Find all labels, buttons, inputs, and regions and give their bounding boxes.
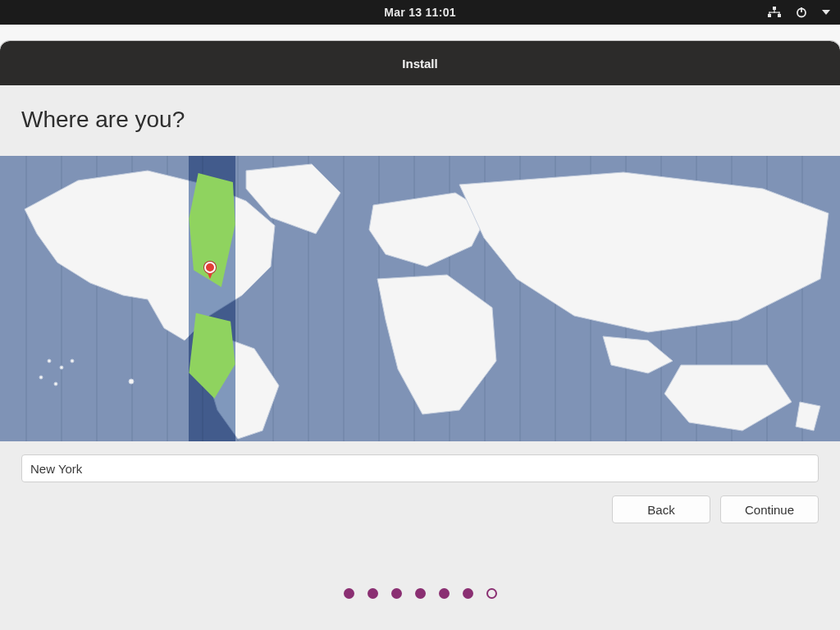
chevron-down-icon[interactable]	[822, 8, 830, 16]
svg-rect-5	[769, 12, 769, 15]
svg-rect-1	[768, 14, 771, 17]
progress-dot	[415, 588, 426, 599]
progress-dots	[0, 588, 840, 599]
power-icon[interactable]	[796, 7, 807, 18]
content-area: Where are you?	[0, 85, 840, 630]
svg-point-36	[39, 376, 43, 379]
svg-point-34	[60, 366, 63, 369]
clock: Mar 13 11:01	[384, 6, 456, 19]
world-map	[0, 156, 840, 441]
svg-rect-0	[773, 7, 776, 10]
progress-dot	[463, 588, 473, 599]
progress-dot	[391, 588, 402, 599]
svg-point-35	[71, 359, 74, 363]
installer-window: Install Where are you?	[0, 41, 840, 630]
progress-dot	[344, 588, 354, 599]
timezone-map[interactable]	[0, 156, 840, 441]
button-row: Back Continue	[612, 495, 819, 523]
map-pin	[204, 262, 216, 273]
network-icon[interactable]	[768, 7, 781, 18]
progress-dot	[368, 588, 378, 599]
page-heading: Where are you?	[21, 107, 185, 133]
progress-dot	[439, 588, 450, 599]
svg-marker-9	[822, 10, 830, 15]
continue-button[interactable]: Continue	[720, 495, 819, 523]
location-input[interactable]	[21, 454, 819, 482]
svg-rect-4	[769, 12, 779, 13]
back-button[interactable]: Back	[612, 495, 710, 523]
window-title: Install	[402, 57, 437, 71]
svg-rect-6	[778, 12, 779, 15]
svg-point-33	[48, 359, 51, 363]
svg-point-38	[129, 379, 134, 384]
system-tray[interactable]	[768, 0, 830, 25]
gnome-top-bar: Mar 13 11:01	[0, 0, 840, 25]
svg-rect-2	[778, 14, 781, 17]
progress-dot-current	[486, 588, 497, 599]
svg-point-37	[54, 382, 57, 386]
titlebar: Install	[0, 41, 840, 85]
